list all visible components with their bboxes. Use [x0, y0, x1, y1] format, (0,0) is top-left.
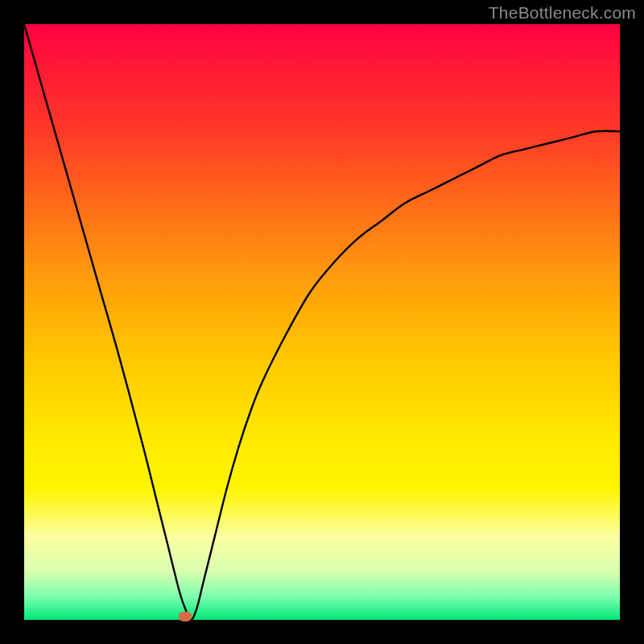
- chart-container: TheBottleneck.com: [0, 0, 644, 644]
- curve-svg: [24, 24, 620, 620]
- optimum-marker: [179, 612, 192, 621]
- plot-area: [24, 24, 620, 620]
- watermark-text: TheBottleneck.com: [489, 3, 636, 23]
- bottleneck-curve: [24, 24, 620, 620]
